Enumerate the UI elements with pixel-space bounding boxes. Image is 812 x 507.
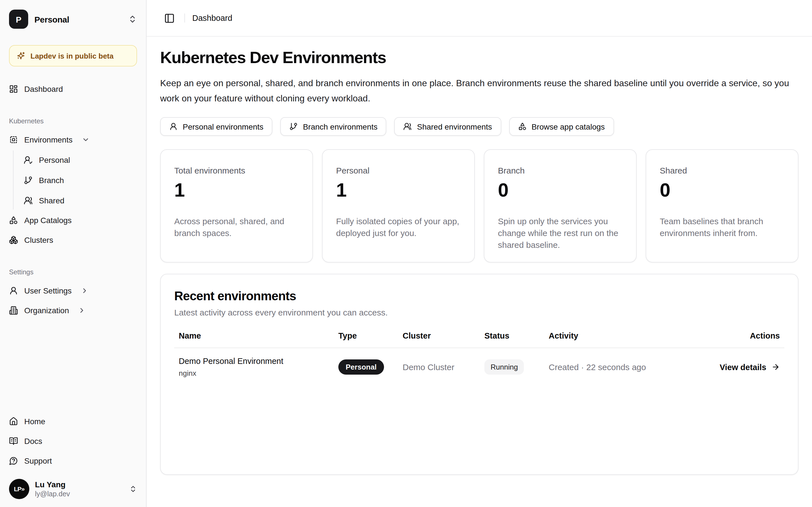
button-label: Shared environments	[417, 122, 492, 131]
sidebar-item-user-settings[interactable]: User Settings	[9, 282, 137, 300]
chevron-right-icon	[81, 287, 89, 295]
arrow-right-icon	[771, 363, 780, 371]
sparkles-icon	[16, 51, 26, 60]
sidebar-item-label: Support	[24, 456, 52, 465]
page-description: Keep an eye on personal, shared, and bra…	[160, 75, 799, 106]
shapes-icon	[9, 216, 18, 225]
button-label: Browse app catalogs	[531, 122, 605, 131]
beta-banner[interactable]: Lapdev is in public beta	[9, 45, 137, 66]
stat-value: 1	[336, 179, 461, 201]
sidebar-item-label: Organization	[24, 306, 69, 315]
dashboard-icon	[9, 84, 18, 94]
recent-environments-card: Recent environments Latest activity acro…	[160, 274, 799, 475]
page-title: Kubernetes Dev Environments	[160, 48, 799, 67]
users-icon	[24, 196, 33, 205]
branch-environments-button[interactable]: Branch environments	[280, 117, 387, 136]
sidebar-item-organization[interactable]: Organization	[9, 301, 137, 320]
sidebar-item-environments-branch[interactable]: Branch	[24, 171, 137, 189]
house-icon	[9, 417, 18, 426]
sidebar-section-kubernetes: Kubernetes	[9, 117, 137, 125]
environment-cluster: Demo Cluster	[398, 354, 480, 380]
shared-environments-button[interactable]: Shared environments	[395, 117, 501, 136]
sidebar-item-label: Personal	[39, 155, 70, 164]
status-badge: Running	[485, 359, 524, 375]
sidebar-item-clusters[interactable]: Clusters	[9, 231, 137, 249]
boxes-icon	[9, 235, 18, 244]
user-menu[interactable]: LP» Lu Yang ly@lap.dev	[9, 479, 137, 499]
sidebar-item-app-catalogs[interactable]: App Catalogs	[9, 211, 137, 229]
sidebar-item-label: Shared	[39, 196, 64, 205]
sidebar-item-label: Home	[24, 417, 45, 426]
book-open-icon	[9, 437, 18, 446]
stat-label: Shared	[660, 166, 784, 175]
column-header-cluster: Cluster	[398, 331, 480, 348]
sidebar-item-docs[interactable]: Docs	[9, 432, 137, 450]
shapes-icon	[518, 122, 526, 131]
stat-value: 0	[498, 179, 622, 201]
user-icon	[9, 286, 18, 295]
main-area: Dashboard Kubernetes Dev Environments Ke…	[147, 0, 812, 507]
app-window: P Personal Lapdev is in public beta Dash…	[0, 0, 812, 507]
quick-actions: Personal environments Branch environment…	[160, 117, 799, 136]
sidebar-item-home[interactable]: Home	[9, 412, 137, 431]
environments-icon	[9, 135, 18, 144]
workspace-switcher[interactable]: P Personal	[9, 7, 137, 32]
stat-card-personal: Personal 1 Fully isolated copies of your…	[322, 149, 475, 263]
git-branch-icon	[24, 175, 33, 184]
users-icon	[403, 122, 412, 131]
stat-label: Branch	[498, 166, 622, 175]
table-row: Demo Personal Environment nginx Personal…	[174, 348, 784, 386]
button-label: Personal environments	[183, 122, 263, 131]
topbar: Dashboard	[147, 0, 812, 37]
chevrons-up-down-icon	[128, 15, 137, 24]
view-details-label: View details	[720, 362, 767, 372]
environment-service: nginx	[179, 369, 329, 378]
topbar-divider	[185, 13, 185, 22]
sidebar-item-label: Docs	[24, 437, 42, 446]
personal-environments-button[interactable]: Personal environments	[160, 117, 272, 136]
recent-subtitle: Latest activity across every environment…	[174, 307, 784, 317]
environment-name-cell: Demo Personal Environment nginx	[174, 348, 334, 386]
user-meta: Lu Yang ly@lap.dev	[35, 480, 123, 498]
panel-left-icon	[164, 13, 174, 23]
stat-description: Spin up only the services you change whi…	[498, 215, 622, 251]
user-email: ly@lap.dev	[35, 490, 123, 498]
lapdev-logo-avatar: LP»	[9, 479, 29, 499]
sidebar-item-support[interactable]: Support	[9, 452, 137, 470]
sidebar-item-environments-shared[interactable]: Shared	[24, 191, 137, 210]
sidebar-item-label: Clusters	[24, 235, 53, 244]
column-header-name: Name	[174, 331, 334, 348]
table-header: Name Type Cluster Status Activity Action…	[174, 331, 784, 348]
stat-cards: Total environments 1 Across personal, sh…	[160, 149, 799, 263]
column-header-type: Type	[334, 331, 398, 348]
recent-title: Recent environments	[174, 289, 784, 304]
button-label: Branch environments	[303, 122, 377, 131]
chevron-down-icon	[82, 136, 89, 144]
user-icon	[169, 122, 177, 131]
column-header-actions: Actions	[746, 331, 784, 348]
recent-environments-table: Name Type Cluster Status Activity Action…	[174, 331, 784, 386]
stat-label: Personal	[336, 166, 461, 175]
help-chat-icon	[9, 456, 18, 465]
sidebar-item-environments[interactable]: Environments	[9, 131, 137, 149]
column-header-activity: Activity	[544, 331, 746, 348]
browse-app-catalogs-button[interactable]: Browse app catalogs	[509, 117, 614, 136]
building-icon	[9, 306, 18, 315]
sidebar: P Personal Lapdev is in public beta Dash…	[0, 0, 147, 507]
workspace-name: Personal	[35, 14, 122, 24]
sidebar-item-dashboard[interactable]: Dashboard	[9, 80, 137, 98]
user-check-icon	[24, 155, 33, 164]
view-details-link[interactable]: View details	[715, 354, 784, 380]
stat-card-shared: Shared 0 Team baselines that branch envi…	[646, 149, 799, 263]
stat-description: Across personal, shared, and branch spac…	[174, 215, 299, 239]
sidebar-item-environments-personal[interactable]: Personal	[24, 151, 137, 169]
sidebar-section-settings: Settings	[9, 268, 137, 276]
sidebar-toggle-button[interactable]	[161, 10, 177, 26]
environment-status-cell: Running	[480, 351, 544, 383]
git-branch-icon	[289, 122, 298, 131]
column-header-status: Status	[480, 331, 544, 348]
breadcrumb: Dashboard	[192, 13, 232, 22]
workspace-avatar: P	[9, 10, 28, 29]
stat-card-total: Total environments 1 Across personal, sh…	[160, 149, 313, 263]
environment-activity: Created · 22 seconds ago	[544, 354, 715, 380]
